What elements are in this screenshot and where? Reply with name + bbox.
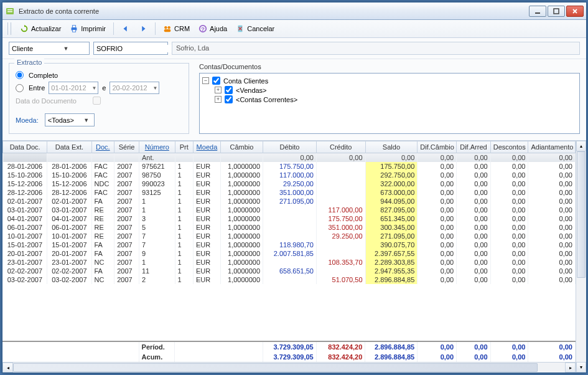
date-to-input[interactable]: 20-02-2012▼	[110, 82, 159, 94]
ajuda-label: Ajuda	[210, 25, 227, 32]
col-debito[interactable]: Débito	[263, 141, 317, 153]
scroll-up-button[interactable]: ▴	[576, 141, 586, 151]
contas-section: Contas/Documentos − Conta Clientes + <Ve…	[199, 63, 580, 134]
col-dif-arred[interactable]: Dif.Arred	[457, 141, 490, 153]
moeda-combo[interactable]: ▼	[45, 113, 95, 126]
col-serie[interactable]: Série	[114, 141, 139, 153]
completo-radio[interactable]	[16, 71, 24, 79]
nav-prev-button[interactable]	[118, 22, 134, 35]
col-moeda[interactable]: Moeda	[193, 141, 220, 153]
tree-node-label: <Vendas>	[236, 87, 267, 94]
scroll-right-button[interactable]: ▸	[565, 363, 576, 373]
dropdown-arrow-icon[interactable]: ▼	[153, 85, 158, 91]
svg-point-9	[167, 26, 170, 29]
horizontal-scrollbar[interactable]: ◂ ▸	[2, 362, 576, 373]
entre-radio[interactable]	[16, 84, 24, 92]
table-row[interactable]: 03-01-200703-01-2007RE20071 1EUR1,000000…	[3, 206, 576, 214]
tree-collapse-icon[interactable]: −	[202, 77, 209, 84]
toolbar-handle[interactable]	[7, 22, 11, 35]
table-row[interactable]: 04-01-200704-01-2007RE20073 1EUR1,000000…	[3, 214, 576, 223]
ant-row: Ant. 0,000,000,00 0,000,000,000,00	[3, 153, 576, 163]
col-descontos[interactable]: Descontos	[490, 141, 528, 153]
contas-tree[interactable]: − Conta Clientes + <Vendas> + <Contas Co…	[199, 73, 580, 134]
tree-checkbox-cc[interactable]	[225, 95, 233, 103]
scroll-down-button[interactable]: ▾	[576, 362, 586, 373]
entity-code-search[interactable]: 🔍	[93, 42, 168, 55]
minimize-button[interactable]	[529, 6, 546, 17]
col-cambio[interactable]: Câmbio	[220, 141, 263, 153]
col-credito[interactable]: Crédito	[316, 141, 365, 153]
table-row[interactable]: 15-10-200615-10-2006FAC200798750 1EUR1,0…	[3, 171, 576, 179]
scroll-track[interactable]	[576, 151, 586, 362]
moeda-label: Moeda:	[16, 116, 39, 124]
table-row[interactable]: 03-02-200703-02-2007NC20072 1EUR1,000000…	[3, 275, 576, 284]
table-row[interactable]: 15-12-200615-12-2006NDC2007990023 1EUR1,…	[3, 179, 576, 188]
scroll-thumb[interactable]	[577, 151, 586, 278]
maximize-button[interactable]	[548, 6, 565, 17]
table-row[interactable]: 20-01-200720-01-2007FA20079 1EUR1,000000…	[3, 249, 576, 258]
toolbar: Actualizar Imprimir CRM ? Ajuda Cancelar	[2, 20, 586, 38]
cancelar-button[interactable]: Cancelar	[232, 22, 278, 35]
data-grid[interactable]: Data Doc. Data Ext. Doc. Série Número Pr…	[2, 141, 576, 284]
tree-expand-icon[interactable]: +	[215, 87, 222, 93]
tree-checkbox-root[interactable]	[212, 77, 220, 85]
table-row[interactable]: 02-01-200702-01-2007FA20071 1EUR1,000000…	[3, 197, 576, 206]
summary-table: Períod. 3.729.309,05 832.424,20 2.896.88…	[2, 341, 576, 362]
col-data-ext[interactable]: Data Ext.	[47, 141, 91, 153]
tree-node-label: <Contas Correntes>	[236, 96, 297, 103]
scroll-left-button[interactable]: ◂	[2, 363, 13, 373]
acum-dc: 0,00	[418, 352, 457, 362]
svg-rect-3	[535, 12, 540, 14]
col-data-doc[interactable]: Data Doc.	[3, 141, 47, 153]
entre-label: Entre	[29, 84, 45, 92]
svg-rect-7	[73, 30, 76, 32]
tree-node-root[interactable]: − Conta Clientes	[202, 76, 577, 85]
period-da: 0,00	[457, 341, 491, 352]
entity-code-input[interactable]	[96, 45, 182, 52]
scroll-track[interactable]	[13, 363, 565, 373]
table-row[interactable]: 06-01-200706-01-2007RE20075 1EUR1,000000…	[3, 223, 576, 232]
header-row: Data Doc. Data Ext. Doc. Série Número Pr…	[3, 141, 576, 153]
svg-rect-2	[7, 11, 12, 12]
triangle-left-icon	[121, 24, 130, 33]
tree-node-vendas[interactable]: + <Vendas>	[202, 85, 577, 95]
titlebar[interactable]: Extracto de conta corrente	[2, 2, 586, 20]
dropdown-arrow-icon[interactable]: ▼	[91, 85, 96, 91]
vertical-scrollbar[interactable]: ▴ ▾	[576, 141, 586, 373]
ajuda-button[interactable]: ? Ajuda	[195, 22, 231, 35]
table-row[interactable]: 02-02-200702-02-2007FA200711 1EUR1,00000…	[3, 267, 576, 275]
crm-button[interactable]: CRM	[159, 22, 194, 35]
scroll-thumb[interactable]	[13, 363, 538, 372]
col-dif-cambio[interactable]: Dif.Câmbio	[418, 141, 457, 153]
entity-type-combo[interactable]: ▼	[9, 42, 90, 55]
tree-checkbox-vendas[interactable]	[225, 86, 233, 94]
col-doc[interactable]: Doc.	[91, 141, 114, 153]
col-prt[interactable]: Prt	[175, 141, 193, 153]
imprimir-button[interactable]: Imprimir	[66, 22, 110, 35]
cancelar-label: Cancelar	[247, 25, 274, 32]
tree-expand-icon[interactable]: +	[215, 96, 222, 103]
col-adiantamento[interactable]: Adiantamento	[528, 141, 576, 153]
summary-acum-row: Acum. 3.729.309,05 832.424,20 2.896.884,…	[2, 352, 576, 362]
table-row[interactable]: 15-01-200715-01-2007FA20077 1EUR1,000000…	[3, 240, 576, 249]
actualizar-label: Actualizar	[31, 25, 61, 32]
close-button[interactable]	[566, 6, 584, 17]
acum-saldo: 2.896.884,85	[365, 352, 418, 362]
col-saldo[interactable]: Saldo	[365, 141, 418, 153]
table-row[interactable]: 28-01-200628-01-2006FAC2007975621 1EUR1,…	[3, 162, 576, 171]
table-row[interactable]: 28-12-200628-12-2006FAC200793125 1EUR1,0…	[3, 188, 576, 197]
dropdown-arrow-icon[interactable]: ▼	[62, 45, 70, 52]
tree-node-contas-correntes[interactable]: + <Contas Correntes>	[202, 95, 577, 104]
cancel-icon	[236, 24, 245, 33]
table-row[interactable]: 10-01-200710-01-2007RE20077 1EUR1,000000…	[3, 232, 576, 240]
table-row[interactable]: 23-01-200723-01-2007NC20071 1EUR1,000000…	[3, 258, 576, 267]
col-numero[interactable]: Número	[139, 141, 175, 153]
date-from-input[interactable]: 01-01-2012▼	[49, 82, 98, 94]
nav-next-button[interactable]	[135, 22, 151, 35]
entity-type-input[interactable]	[12, 45, 62, 52]
actualizar-button[interactable]: Actualizar	[16, 22, 65, 35]
contas-label: Contas/Documentos	[199, 63, 580, 70]
dropdown-arrow-icon[interactable]: ▼	[82, 117, 91, 123]
moeda-input[interactable]	[48, 116, 82, 124]
acum-debito: 3.729.309,05	[263, 352, 316, 362]
